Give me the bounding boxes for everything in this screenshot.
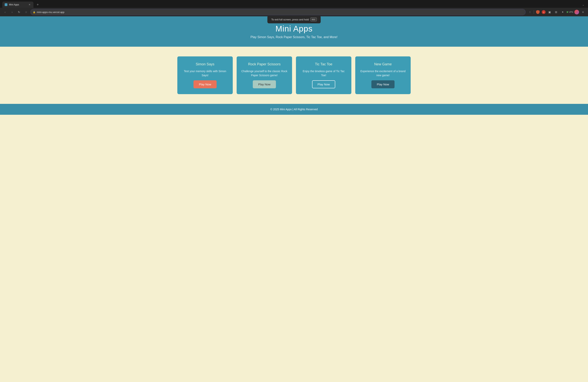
tab-favicon: [5, 3, 7, 6]
esc-key-label: esc: [310, 18, 317, 21]
ai-button[interactable]: ✦: [560, 9, 566, 15]
browser-chrome: Mini Apps ✕ + ⌄ ‹ › ↻ ☆ 🔒 mini-apps-mu.v…: [0, 0, 588, 16]
forward-button[interactable]: ›: [9, 9, 15, 15]
fullscreen-notification: To exit full screen, press and hold esc: [267, 16, 321, 23]
vpn-button[interactable]: VPN: [567, 11, 573, 13]
card-rock-paper-scissors: Rock Paper Scissors Challenge yourself t…: [237, 56, 292, 94]
vpn-status-dot: [567, 11, 568, 13]
profile-avatar[interactable]: [574, 10, 579, 14]
card-title-rps: Rock Paper Scissors: [248, 62, 281, 66]
lock-icon: 🔒: [33, 11, 36, 13]
play-button-new[interactable]: Play Now: [371, 80, 395, 88]
bookmark-button[interactable]: ☆: [23, 9, 29, 15]
cards-grid: Simon Says Test your memory skills with …: [177, 56, 411, 94]
menu-button[interactable]: ≡: [580, 9, 586, 15]
address-bar-container[interactable]: 🔒 mini-apps-mu.vercel.app: [30, 9, 525, 15]
alert-triangle-icon: !: [542, 11, 545, 13]
fullscreen-text: To exit full screen, press and hold: [271, 18, 309, 21]
card-desc-new: Experience the excitement of a brand new…: [359, 69, 407, 77]
toolbar-right: ↑ ! ▣ ⊞ ✦ VPN ≡: [527, 9, 586, 15]
svg-text:!: !: [544, 12, 544, 13]
play-button-simon[interactable]: Play Now: [193, 80, 217, 88]
card-new-game: New Game Experience the excitement of a …: [355, 56, 411, 94]
footer-text: © 2025 Mini Apps | All Rights Reserved: [4, 108, 584, 111]
card-title-new: New Game: [374, 62, 392, 66]
card-title-simon: Simon Says: [196, 62, 214, 66]
back-button[interactable]: ‹: [2, 9, 8, 15]
site-main: Simon Says Test your memory skills with …: [0, 47, 588, 104]
card-title-ttt: Tic Tac Toe: [315, 62, 333, 66]
address-bar[interactable]: mini-apps-mu.vercel.app: [37, 11, 523, 14]
site-subtitle: Play Simon Says, Rock Paper Scissors, Ti…: [4, 35, 584, 39]
tab-close-button[interactable]: ✕: [28, 3, 31, 6]
card-desc-rps: Challenge yourself to the classic Rock P…: [241, 69, 288, 77]
brave-alert-button[interactable]: !: [542, 10, 546, 14]
vpn-label: VPN: [569, 11, 573, 13]
window-controls[interactable]: ⌄: [581, 2, 586, 7]
card-desc-simon: Test your memory skills with Simon Says!: [181, 69, 229, 77]
new-tab-button[interactable]: +: [35, 2, 41, 7]
card-tic-tac-toe: Tic Tac Toe Enjoy the timeless game of T…: [296, 56, 351, 94]
site-title: Mini Apps: [4, 24, 584, 33]
card-simon-says: Simon Says Test your memory skills with …: [177, 56, 233, 94]
sidebar-button[interactable]: ▣: [547, 9, 552, 15]
reload-button[interactable]: ↻: [16, 9, 22, 15]
share-button[interactable]: ↑: [527, 9, 533, 15]
tab-bar: Mini Apps ✕ + ⌄: [0, 0, 588, 8]
divider: [534, 10, 534, 14]
play-button-rps[interactable]: Play Now: [253, 80, 276, 88]
card-desc-ttt: Enjoy the timeless game of Tic Tac Toe!: [300, 69, 347, 77]
remaining-background: [0, 115, 588, 173]
wallet-button[interactable]: ⊞: [553, 9, 559, 15]
site-footer: © 2025 Mini Apps | All Rights Reserved: [0, 104, 588, 115]
active-tab[interactable]: Mini Apps ✕: [2, 1, 33, 8]
tab-title: Mini Apps: [9, 3, 26, 6]
play-button-ttt[interactable]: Play Now: [312, 80, 335, 88]
browser-toolbar: ‹ › ↻ ☆ 🔒 mini-apps-mu.vercel.app ↑: [0, 8, 588, 16]
brave-shield-button[interactable]: [535, 9, 541, 15]
brave-shield-icon: [536, 10, 540, 14]
